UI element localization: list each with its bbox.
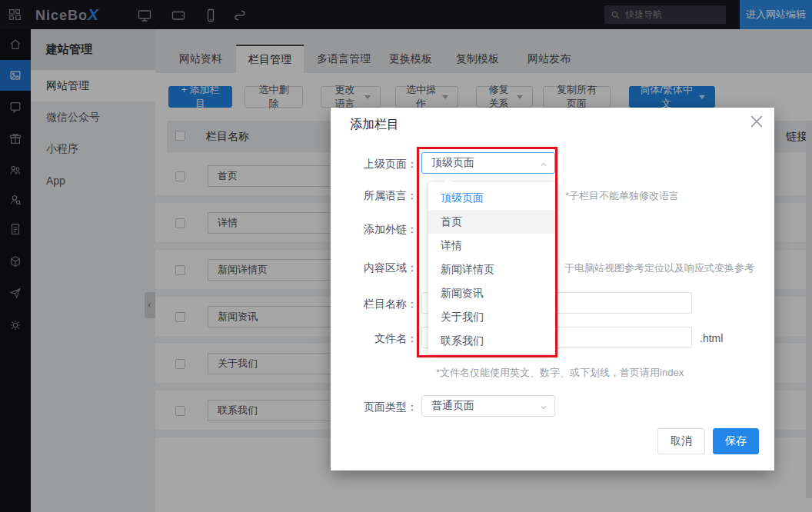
parent-page-label: 上级页面： — [331, 158, 418, 171]
parent-page-select[interactable]: 顶级页面 — [421, 152, 555, 174]
page-type-select[interactable]: 普通页面 — [421, 395, 555, 417]
dropdown-option[interactable]: 关于我们 — [428, 305, 556, 329]
add-column-modal: 添加栏目 上级页面： 顶级页面 所属语言： *子栏目不能单独修改语言 添加外链：… — [331, 108, 774, 470]
content-area-label: 内容区域： — [331, 261, 418, 275]
chevron-up-icon — [539, 159, 548, 171]
chevron-down-icon — [539, 402, 548, 414]
parent-page-dropdown: 顶级页面 首页 详情 新闻详情页 新闻资讯 关于我们 联系我们 — [428, 182, 556, 354]
language-label: 所属语言： — [331, 189, 418, 203]
language-note: *子栏目不能单独修改语言 — [565, 189, 679, 203]
dropdown-option[interactable]: 顶级页面 — [428, 186, 556, 210]
modal-title: 添加栏目 — [350, 117, 399, 133]
column-name-label: 栏目名称： — [331, 298, 418, 311]
dropdown-option[interactable]: 详情 — [428, 234, 556, 258]
parent-page-value: 顶级页面 — [431, 156, 474, 170]
dropdown-option[interactable]: 新闻资讯 — [428, 281, 556, 305]
dropdown-option[interactable]: 联系我们 — [428, 329, 556, 353]
close-icon[interactable] — [750, 115, 764, 129]
cancel-button[interactable]: 取消 — [657, 428, 705, 454]
dropdown-option[interactable]: 新闻详情页 — [428, 258, 556, 281]
filename-suffix: .html — [700, 332, 723, 344]
save-button[interactable]: 保存 — [713, 428, 759, 454]
content-area-note: 于电脑站视图参考定位以及响应式变换参考 — [564, 261, 754, 275]
page-type-label: 页面类型： — [331, 401, 418, 414]
dropdown-option[interactable]: 首页 — [428, 210, 556, 234]
filename-label: 文件名： — [331, 332, 418, 346]
filename-note: *文件名仅能使用英文、数字、或下划线，首页请用index — [436, 366, 684, 380]
external-link-label: 添加外链： — [331, 223, 418, 237]
app-screen: NiceBoX 进入网站编辑 — [0, 0, 812, 512]
page-type-value: 普通页面 — [431, 399, 474, 413]
